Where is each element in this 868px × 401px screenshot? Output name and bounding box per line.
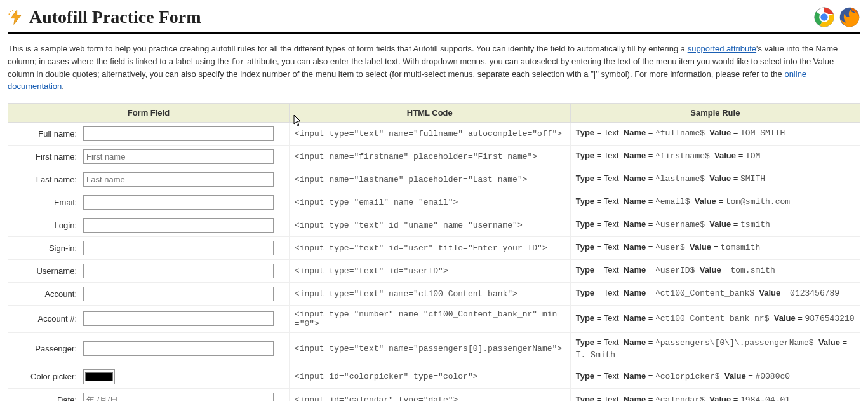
sample-rule-cell: Type = Text Name = ^username$ Value = ts… xyxy=(570,214,860,236)
browser-icons-group xyxy=(813,6,860,28)
html-code-cell: <input type="text" id="user" title="Ente… xyxy=(289,236,570,259)
svg-point-1 xyxy=(10,11,11,12)
field-label: Full name: xyxy=(13,129,77,139)
sample-rule-cell: Type = Text Name = ^fullname$ Value = TO… xyxy=(570,122,860,145)
table-row: Username:<input type="text" id="userID">… xyxy=(8,259,860,282)
html-code-cell: <input type="email" name="email"> xyxy=(289,191,570,214)
table-row: First name:<input name="firstname" place… xyxy=(8,145,860,168)
supported-attribute-link[interactable]: supported attribute xyxy=(688,44,756,53)
field-input[interactable] xyxy=(83,287,274,301)
sample-rule-cell: Type = Text Name = ^user$ Value = tomsmi… xyxy=(570,236,860,259)
field-input[interactable] xyxy=(83,126,274,141)
table-row: Passenger:<input type="text" name="passe… xyxy=(8,332,860,365)
col-header-rule: Sample Rule xyxy=(570,103,860,122)
field-input[interactable] xyxy=(83,241,274,255)
field-label: Email: xyxy=(13,198,77,207)
intro-paragraph: This is a sample web form to help you pr… xyxy=(8,43,860,93)
html-code-cell: <input type="number" name="ct100_Content… xyxy=(289,305,570,332)
html-code-cell: <input type="text" name="fullname" autoc… xyxy=(289,122,570,145)
field-input[interactable] xyxy=(83,218,274,233)
table-row: Last name:<input name="lastname" placeho… xyxy=(8,168,860,191)
field-label: Account: xyxy=(13,289,77,299)
table-row: Login:<input type="text" id="uname" name… xyxy=(8,214,860,236)
field-input[interactable] xyxy=(83,369,115,384)
html-code-cell: <input id="colorpicker" type="color"> xyxy=(289,365,570,388)
html-code-cell: <input id="calendar" type="date"> xyxy=(289,388,570,401)
field-label: Login: xyxy=(13,221,77,230)
sample-rule-cell: Type = Text Name = ^passengers\[0\]\.pas… xyxy=(570,332,860,365)
table-row: Date:<input id="calendar" type="date">Ty… xyxy=(8,388,860,401)
field-input[interactable] xyxy=(83,264,274,278)
field-label: Passenger: xyxy=(13,344,77,353)
practice-form-table: Form Field HTML Code Sample Rule Full na… xyxy=(8,103,860,402)
field-input[interactable] xyxy=(83,341,274,356)
chrome-icon[interactable] xyxy=(813,6,835,28)
html-code-cell: <input type="text" id="uname" name="user… xyxy=(289,214,570,236)
table-row: Full name:<input type="text" name="fulln… xyxy=(8,122,860,145)
sample-rule-cell: Type = Text Name = ^ct100_Content_bank_n… xyxy=(570,305,860,332)
sample-rule-cell: Type = Text Name = ^calendar$ Value = 19… xyxy=(570,388,860,401)
header-divider xyxy=(8,32,860,34)
table-row: Sign-in:<input type="text" id="user" tit… xyxy=(8,236,860,259)
table-row: Color picker:<input id="colorpicker" typ… xyxy=(8,365,860,388)
field-label: Sign-in: xyxy=(13,243,77,253)
intro-text-1: This is a sample web form to help you pr… xyxy=(8,44,688,53)
table-row: Email:<input type="email" name="email">T… xyxy=(8,191,860,214)
col-header-field: Form Field xyxy=(8,103,290,122)
html-code-cell: <input name="firstname" placeholder="Fir… xyxy=(289,145,570,168)
intro-text-4: . xyxy=(62,81,64,91)
sample-rule-cell: Type = Text Name = ^ct100_Content_bank$ … xyxy=(570,282,860,305)
html-code-cell: <input name="lastname" placeholder="Last… xyxy=(289,168,570,191)
field-label: First name: xyxy=(13,152,77,161)
field-input[interactable] xyxy=(83,195,274,210)
field-label: Color picker: xyxy=(13,372,77,381)
field-input[interactable] xyxy=(83,311,274,326)
table-row: Account:<input type="text" name="ct100_C… xyxy=(8,282,860,305)
table-row: Account #:<input type="number" name="ct1… xyxy=(8,305,860,332)
sample-rule-cell: Type = Text Name = ^firstname$ Value = T… xyxy=(570,145,860,168)
page-title: Autofill Practice Form xyxy=(29,7,201,27)
html-code-cell: <input type="text" name="passengers[0].p… xyxy=(289,332,570,365)
sample-rule-cell: Type = Text Name = ^lastname$ Value = SM… xyxy=(570,168,860,191)
svg-point-2 xyxy=(12,10,13,11)
field-label: Last name: xyxy=(13,175,77,184)
table-header-row: Form Field HTML Code Sample Rule xyxy=(8,103,860,122)
for-code: for xyxy=(231,58,245,67)
sample-rule-cell: Type = Text Name = ^colorpicker$ Value =… xyxy=(570,365,860,388)
field-label: Username: xyxy=(13,266,77,276)
field-input[interactable] xyxy=(83,172,274,187)
sample-rule-cell: Type = Text Name = ^email$ Value = tom@s… xyxy=(570,191,860,214)
svg-marker-0 xyxy=(11,10,21,25)
html-code-cell: <input type="text" name="ct100_Content_b… xyxy=(289,282,570,305)
field-input[interactable] xyxy=(83,393,274,401)
html-code-cell: <input type="text" id="userID"> xyxy=(289,259,570,282)
sample-rule-cell: Type = Text Name = ^userID$ Value = tom.… xyxy=(570,259,860,282)
field-input[interactable] xyxy=(83,149,274,164)
page-header: Autofill Practice Form xyxy=(8,6,860,28)
field-label: Account #: xyxy=(13,314,77,323)
col-header-code: HTML Code xyxy=(289,103,570,122)
lightning-icon xyxy=(8,9,24,25)
svg-point-3 xyxy=(8,13,10,15)
field-label: Date: xyxy=(13,395,77,401)
firefox-icon[interactable] xyxy=(839,6,860,28)
logo-title-group: Autofill Practice Form xyxy=(8,7,201,27)
